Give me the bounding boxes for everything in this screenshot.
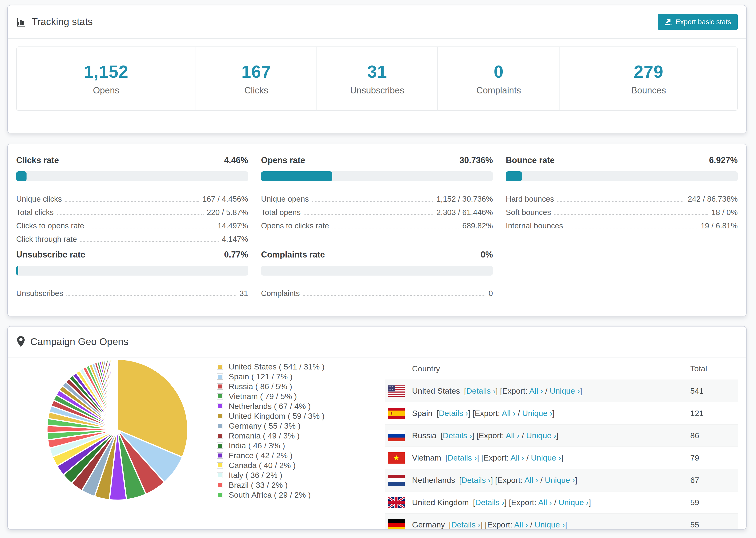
progress-bar-fill bbox=[261, 171, 333, 181]
details-link[interactable]: Details › bbox=[439, 409, 468, 418]
export-unique-link[interactable]: Unique › bbox=[559, 498, 589, 507]
stat-label: Opens bbox=[93, 85, 119, 95]
rates-grid: Clicks rate 4.46% Unique clicks 167 / 4.… bbox=[8, 144, 746, 298]
stat-value: 167 bbox=[242, 62, 271, 82]
stat-unsubscribes: 31 Unsubscribes bbox=[316, 47, 437, 110]
details-link[interactable]: Details › bbox=[451, 520, 481, 529]
metric-label: Hard bounces bbox=[506, 194, 554, 204]
country-name: Spain bbox=[412, 409, 432, 418]
metric-value: 0 bbox=[489, 289, 493, 298]
tracking-stats-header: Tracking stats Export basic stats bbox=[8, 5, 746, 39]
export-basic-stats-button[interactable]: Export basic stats bbox=[658, 14, 738, 30]
dotted-leader bbox=[67, 295, 236, 296]
legend-item: Canada ( 40 / 2% ) bbox=[217, 460, 324, 470]
export-all-link[interactable]: All › bbox=[514, 520, 528, 529]
dotted-leader bbox=[303, 295, 485, 296]
details-link[interactable]: Details › bbox=[448, 453, 477, 462]
export-unique-link[interactable]: Unique › bbox=[526, 431, 557, 440]
metric-label: Unique clicks bbox=[16, 194, 62, 204]
metric-row: Unique clicks 167 / 4.456% bbox=[16, 190, 248, 204]
country-total: 86 bbox=[690, 431, 699, 440]
metric-row: Hard bounces 242 / 86.738% bbox=[506, 190, 738, 204]
details-link[interactable]: Details › bbox=[466, 386, 496, 395]
legend-label: Vietnam ( 79 / 5% ) bbox=[229, 392, 297, 401]
legend-swatch bbox=[217, 364, 223, 370]
metric-value: 18 / 0% bbox=[711, 208, 738, 217]
country-total: 67 bbox=[690, 476, 699, 485]
export-unique-link[interactable]: Unique › bbox=[535, 520, 565, 529]
dotted-leader bbox=[312, 201, 433, 202]
stat-value: 31 bbox=[367, 62, 387, 82]
stat-opens: 1,152 Opens bbox=[17, 47, 195, 110]
country-name: Germany bbox=[412, 520, 445, 529]
stat-complaints: 0 Complaints bbox=[437, 47, 560, 110]
details-link[interactable]: Details › bbox=[461, 476, 491, 484]
legend-swatch bbox=[217, 373, 223, 380]
dotted-leader bbox=[304, 214, 433, 215]
dotted-leader bbox=[332, 228, 459, 228]
rate-section-bounce: Bounce rate 6.927% Hard bounces 242 / 86… bbox=[506, 155, 738, 244]
export-all-link[interactable]: All › bbox=[506, 431, 519, 440]
export-unique-link[interactable]: Unique › bbox=[550, 386, 580, 395]
legend-label: India ( 46 / 3% ) bbox=[229, 441, 285, 450]
metric-value: 242 / 86.738% bbox=[688, 194, 738, 204]
rate-section-unsubscribe: Unsubscribe rate 0.77% Unsubscribes 31 bbox=[16, 250, 248, 298]
geo-header: Campaign Geo Opens bbox=[8, 327, 746, 357]
column-header-country: Country bbox=[412, 364, 440, 373]
legend-swatch bbox=[217, 423, 223, 429]
details-link[interactable]: Details › bbox=[475, 498, 505, 507]
progress-bar bbox=[261, 171, 493, 181]
rate-percentage: 6.927% bbox=[709, 155, 738, 165]
rate-percentage: 0% bbox=[481, 250, 493, 260]
export-unique-link[interactable]: Unique › bbox=[522, 409, 553, 418]
bar-chart-icon bbox=[16, 17, 27, 27]
legend-item: Brazil ( 33 / 2% ) bbox=[217, 480, 324, 490]
rate-title: Complaints rate bbox=[261, 250, 325, 260]
legend-label: Netherlands ( 67 / 4% ) bbox=[229, 402, 311, 411]
legend-swatch bbox=[217, 472, 223, 478]
campaign-geo-opens-card: Campaign Geo Opens United States ( 541 /… bbox=[7, 326, 747, 529]
export-unique-link[interactable]: Unique › bbox=[531, 453, 561, 462]
metric-row: Total clicks 220 / 5.87% bbox=[16, 204, 248, 217]
metric-row: Internal bounces 19 / 6.81% bbox=[506, 217, 738, 231]
legend-item: India ( 46 / 3% ) bbox=[217, 441, 324, 451]
rate-percentage: 0.77% bbox=[224, 250, 248, 260]
legend-label: Germany ( 55 / 3% ) bbox=[229, 421, 300, 430]
legend-label: Brazil ( 33 / 2% ) bbox=[229, 480, 288, 490]
stat-value: 0 bbox=[494, 62, 504, 82]
metric-label: Soft bounces bbox=[506, 208, 551, 217]
export-all-link[interactable]: All › bbox=[524, 476, 538, 484]
legend-item: France ( 42 / 2% ) bbox=[217, 451, 324, 460]
dotted-leader bbox=[557, 201, 684, 202]
flag-es-icon bbox=[388, 408, 405, 419]
details-link[interactable]: Details › bbox=[443, 431, 472, 440]
metric-row: Soft bounces 18 / 0% bbox=[506, 204, 738, 217]
legend-label: United States ( 541 / 31% ) bbox=[229, 362, 324, 371]
export-unique-link[interactable]: Unique › bbox=[545, 476, 575, 484]
geo-pie-chart bbox=[42, 355, 192, 505]
metric-label: Unsubscribes bbox=[16, 289, 63, 298]
stat-clicks: 167 Clicks bbox=[195, 47, 316, 110]
metric-label: Complaints bbox=[261, 289, 300, 298]
export-all-link[interactable]: All › bbox=[511, 453, 524, 462]
legend-item: United Kingdom ( 59 / 3% ) bbox=[217, 411, 324, 421]
rates-card: Clicks rate 4.46% Unique clicks 167 / 4.… bbox=[7, 144, 747, 316]
metric-value: 31 bbox=[240, 289, 248, 298]
legend-item: Netherlands ( 67 / 4% ) bbox=[217, 401, 324, 411]
legend-swatch bbox=[217, 413, 223, 419]
stat-bounces: 279 Bounces bbox=[560, 47, 737, 110]
table-row-es: Spain [Details ›] [Export: All › / Uniqu… bbox=[385, 402, 738, 425]
export-all-link[interactable]: All › bbox=[502, 409, 515, 418]
stat-label: Bounces bbox=[631, 85, 666, 95]
export-all-link[interactable]: All › bbox=[529, 386, 543, 395]
metric-label: Clicks to opens rate bbox=[16, 221, 84, 231]
legend-label: Spain ( 121 / 7% ) bbox=[229, 372, 293, 381]
page-title: Tracking stats bbox=[32, 16, 93, 27]
country-total: 79 bbox=[690, 453, 699, 462]
country-name: United Kingdom bbox=[412, 498, 469, 507]
export-all-link[interactable]: All › bbox=[538, 498, 552, 507]
rate-title: Unsubscribe rate bbox=[16, 250, 85, 260]
dotted-leader bbox=[87, 228, 214, 228]
rate-title: Clicks rate bbox=[16, 155, 59, 165]
legend-item: United States ( 541 / 31% ) bbox=[217, 362, 324, 372]
